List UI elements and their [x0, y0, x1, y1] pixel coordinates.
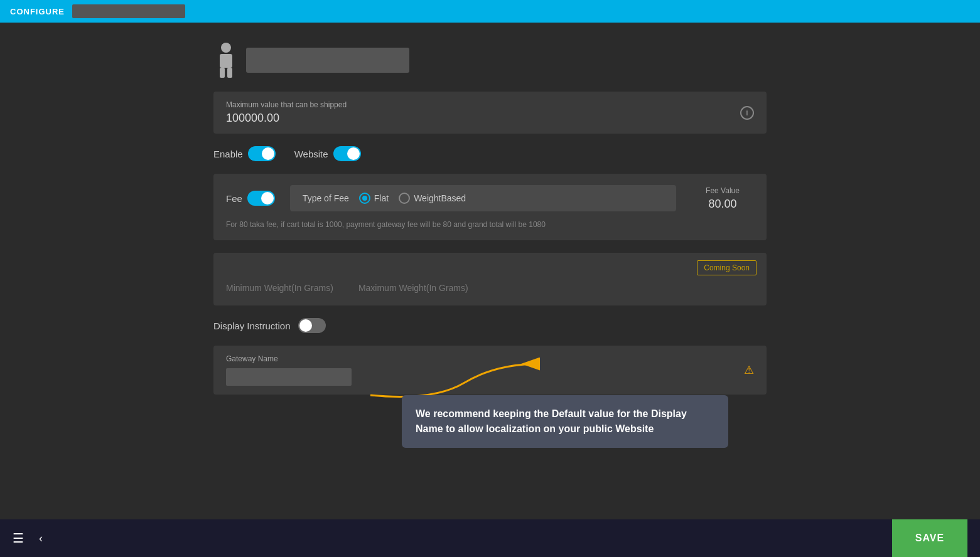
flat-radio-circle	[359, 193, 370, 204]
enable-row: Enable Website	[213, 146, 767, 161]
fee-toggle-knob	[261, 192, 274, 204]
fee-type-label: Type of Fee	[303, 193, 349, 203]
weight-based-label: WeightBased	[414, 193, 466, 203]
fee-value-label: Fee Value	[691, 186, 754, 195]
fee-description: For 80 taka fee, if cart total is 1000, …	[226, 220, 754, 229]
min-weight-label: Minimum Weight(In Grams)	[226, 283, 333, 293]
annotation-text: We recommend keeping the Default value f…	[416, 408, 687, 434]
enable-toggle-container: Enable	[213, 146, 276, 161]
gateway-name-input[interactable]	[226, 368, 352, 386]
fee-toggle-slider	[247, 191, 275, 206]
display-instruction-row: Display Instruction	[213, 318, 767, 333]
display-instruction-toggle-knob	[299, 319, 312, 332]
gateway-name-header-display	[246, 48, 409, 73]
svg-rect-1	[220, 54, 232, 68]
weight-based-radio[interactable]: WeightBased	[399, 193, 466, 204]
info-icon[interactable]: i	[740, 106, 754, 120]
annotation-tooltip: We recommend keeping the Default value f…	[402, 395, 728, 448]
hamburger-icon[interactable]: ☰	[13, 531, 24, 546]
fee-label: Fee	[226, 193, 242, 204]
bottom-bar: ☰ ‹ SAVE	[0, 519, 980, 557]
fee-row: Fee Type of Fee Flat WeightBased	[226, 185, 754, 211]
enable-toggle[interactable]	[248, 146, 276, 161]
coming-soon-badge: Coming Soon	[697, 260, 757, 275]
warning-icon: ⚠	[744, 363, 754, 377]
enable-toggle-slider	[248, 146, 276, 161]
max-value-amount: 100000.00	[226, 112, 347, 125]
max-value-card: Maximum value that can be shipped 100000…	[213, 92, 767, 134]
enable-toggle-knob	[262, 147, 274, 160]
fee-toggle-container: Fee	[226, 191, 275, 206]
weight-card: Coming Soon Minimum Weight(In Grams) Max…	[213, 253, 767, 305]
svg-rect-2	[220, 68, 225, 78]
display-instruction-toggle-slider	[298, 318, 326, 333]
display-instruction-toggle[interactable]	[298, 318, 326, 333]
weight-row: Minimum Weight(In Grams) Maximum Weight(…	[226, 283, 754, 293]
flat-label: Flat	[374, 193, 389, 203]
website-toggle-container: Website	[294, 146, 361, 161]
max-value-label: Maximum value that can be shipped	[226, 100, 347, 109]
gateway-name-label: Gateway Name	[226, 354, 352, 363]
website-toggle-slider	[333, 146, 361, 161]
fee-card: Fee Type of Fee Flat WeightBased	[213, 174, 767, 240]
configure-label: CONFIGURE	[10, 7, 65, 16]
website-label: Website	[294, 149, 328, 159]
max-value-info: Maximum value that can be shipped 100000…	[226, 100, 347, 125]
person-icon	[213, 41, 239, 79]
fee-value-amount: 80.00	[691, 198, 754, 211]
enable-label: Enable	[213, 149, 243, 159]
breadcrumb	[72, 4, 185, 18]
save-button[interactable]: SAVE	[892, 519, 967, 557]
top-bar: CONFIGURE	[0, 0, 980, 23]
bottom-left: ☰ ‹	[13, 531, 43, 546]
weight-based-radio-circle	[399, 193, 410, 204]
website-toggle-knob	[347, 147, 360, 160]
svg-point-0	[221, 43, 231, 53]
fee-value-section: Fee Value 80.00	[691, 186, 754, 211]
gateway-name-field: Gateway Name	[226, 354, 352, 386]
svg-rect-3	[227, 68, 232, 78]
header-row	[213, 41, 767, 79]
max-weight-label: Maximum Weight(In Grams)	[358, 283, 468, 293]
flat-radio[interactable]: Flat	[359, 193, 389, 204]
display-instruction-label: Display Instruction	[213, 321, 291, 331]
back-icon[interactable]: ‹	[39, 532, 43, 545]
fee-toggle[interactable]	[247, 191, 275, 206]
website-toggle[interactable]	[333, 146, 361, 161]
main-content: Maximum value that can be shipped 100000…	[0, 23, 980, 395]
fee-type-section: Type of Fee Flat WeightBased	[290, 185, 676, 211]
